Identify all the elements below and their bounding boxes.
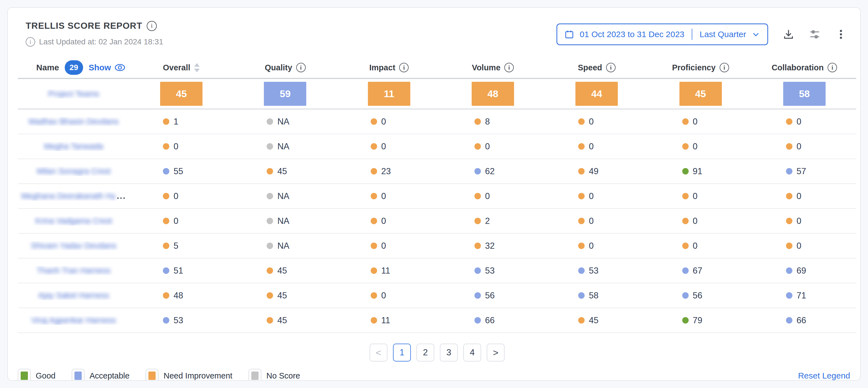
row-name-link[interactable]: Krina Vadgama Crest bbox=[18, 216, 129, 226]
row-name-link[interactable]: Madhav Bhasin Devdans bbox=[18, 117, 129, 126]
score-cell: 56 bbox=[441, 291, 545, 301]
pagination-page-2[interactable]: 2 bbox=[416, 344, 434, 361]
row-name-link[interactable]: Viraj Agpenkar Harness bbox=[18, 316, 129, 325]
score-value: 55 bbox=[174, 167, 183, 176]
score-value: 49 bbox=[589, 167, 598, 176]
column-header-impact: Impacti bbox=[337, 63, 441, 72]
column-header-collaboration: Collaborationi bbox=[752, 63, 856, 72]
score-cell: 0 bbox=[545, 117, 649, 127]
score-level-dot bbox=[474, 118, 481, 125]
score-value: 0 bbox=[797, 191, 801, 201]
chevron-down-icon bbox=[752, 30, 760, 38]
row-name-text: Madhav Bhasin Devdans bbox=[29, 117, 119, 126]
score-value: 53 bbox=[589, 266, 598, 276]
summary-score-cell: 58 bbox=[752, 82, 856, 106]
score-cell: 0 bbox=[337, 142, 441, 152]
pagination-page-1[interactable]: 1 bbox=[393, 344, 411, 361]
row-name-link[interactable]: Megha Tanwada bbox=[18, 142, 129, 151]
score-cell: 66 bbox=[441, 316, 545, 326]
column-info-icon[interactable]: i bbox=[828, 63, 837, 72]
score-cell: 53 bbox=[129, 316, 233, 326]
row-name-link[interactable]: Milan Sonagra Crest bbox=[18, 167, 129, 176]
score-value-group: 0 bbox=[578, 216, 615, 226]
score-cell: 8 bbox=[441, 117, 545, 127]
score-level-dot bbox=[267, 317, 273, 324]
score-level-dot bbox=[786, 243, 793, 249]
score-value-group: 71 bbox=[786, 291, 823, 301]
row-name-link[interactable]: Ajay Saket Harness bbox=[18, 291, 129, 300]
reset-legend-link[interactable]: Reset Legend bbox=[798, 371, 850, 381]
score-level-dot bbox=[682, 292, 689, 299]
download-icon[interactable] bbox=[783, 28, 794, 40]
score-value-group: 62 bbox=[474, 167, 511, 176]
show-names-button[interactable]: Show bbox=[89, 63, 125, 72]
report-header: TRELLIS SCORE REPORT i i Last Updated at… bbox=[18, 8, 856, 47]
score-value-group: NA bbox=[267, 241, 304, 251]
date-range-picker[interactable]: 01 Oct 2023 to 31 Dec 2023 Last Quarter bbox=[556, 24, 768, 45]
score-level-dot bbox=[474, 143, 481, 150]
summary-row-name[interactable]: Project Teams bbox=[18, 89, 129, 98]
title-info-icon[interactable]: i bbox=[147, 21, 157, 31]
score-value: 58 bbox=[589, 291, 598, 301]
score-value: 0 bbox=[174, 142, 178, 152]
column-info-icon[interactable]: i bbox=[606, 63, 616, 72]
legend-item-ni[interactable]: Need Improvement bbox=[146, 369, 232, 381]
score-value-group: 0 bbox=[371, 117, 407, 127]
score-value-group: 66 bbox=[474, 316, 511, 326]
summary-score-badge: 45 bbox=[160, 82, 203, 106]
score-cell: 0 bbox=[752, 142, 856, 152]
score-value-group: 45 bbox=[267, 316, 304, 326]
pagination-page-3[interactable]: 3 bbox=[440, 344, 458, 361]
show-label: Show bbox=[89, 63, 111, 72]
score-value-group: 69 bbox=[786, 266, 823, 276]
table-row: Meghana Deerakanath Hy...0NA00000 bbox=[18, 184, 856, 209]
row-name-link[interactable]: Shivam Yadav Devdans bbox=[18, 241, 129, 250]
kebab-menu-icon[interactable] bbox=[835, 28, 847, 40]
pagination-prev-button[interactable]: < bbox=[370, 344, 388, 361]
date-divider bbox=[692, 29, 692, 40]
table-header-row: Name 29 Show OverallQualityiImpactiVolum… bbox=[18, 57, 856, 79]
score-value: 91 bbox=[693, 167, 702, 176]
legend-label: Acceptable bbox=[90, 371, 130, 381]
score-value-group: 0 bbox=[474, 191, 511, 201]
sort-icon[interactable] bbox=[194, 63, 200, 72]
score-cell: 45 bbox=[233, 316, 337, 326]
legend-item-good[interactable]: Good bbox=[18, 369, 56, 381]
column-header-quality: Qualityi bbox=[233, 63, 337, 72]
column-header-overall[interactable]: Overall bbox=[129, 63, 233, 72]
column-info-icon[interactable]: i bbox=[720, 63, 729, 72]
summary-score-badge: 44 bbox=[576, 82, 618, 106]
score-level-dot bbox=[578, 292, 585, 299]
column-info-icon[interactable]: i bbox=[504, 63, 514, 72]
score-cell: 66 bbox=[752, 316, 856, 326]
score-value: 62 bbox=[485, 167, 495, 176]
score-level-dot bbox=[474, 193, 481, 199]
score-value: 53 bbox=[485, 266, 495, 276]
score-level-dot bbox=[371, 267, 377, 274]
pagination-next-button[interactable]: > bbox=[487, 344, 504, 361]
score-legend: GoodAcceptableNeed ImprovementNo Score bbox=[18, 369, 300, 381]
summary-score-badge: 45 bbox=[679, 82, 722, 106]
last-updated-text: Last Updated at: 02 Jan 2024 18:31 bbox=[39, 37, 163, 46]
legend-item-na[interactable]: No Score bbox=[249, 369, 300, 381]
legend-item-acc[interactable]: Acceptable bbox=[72, 369, 130, 381]
score-cell: 62 bbox=[441, 167, 545, 176]
score-cell: 0 bbox=[337, 291, 441, 301]
column-info-icon[interactable]: i bbox=[296, 63, 306, 72]
score-cell: 0 bbox=[649, 117, 752, 127]
score-level-dot bbox=[786, 118, 793, 125]
row-name-text: Thanh Tran Harness bbox=[37, 266, 111, 275]
row-name-text: Milan Sonagra Crest bbox=[37, 167, 111, 176]
legend-label: Good bbox=[36, 371, 56, 381]
score-value: 48 bbox=[174, 291, 183, 301]
pagination-page-4[interactable]: 4 bbox=[463, 344, 481, 361]
score-value-group: NA bbox=[267, 117, 304, 127]
score-value-group: 0 bbox=[474, 142, 511, 152]
score-value: 0 bbox=[589, 142, 593, 152]
row-name-link[interactable]: Meghana Deerakanath Hy... bbox=[18, 191, 129, 201]
column-info-icon[interactable]: i bbox=[399, 63, 409, 72]
score-value-group: 53 bbox=[474, 266, 511, 276]
column-settings-icon[interactable] bbox=[809, 28, 820, 40]
row-name-link[interactable]: Thanh Tran Harness bbox=[18, 266, 129, 275]
score-value: 0 bbox=[693, 117, 698, 127]
